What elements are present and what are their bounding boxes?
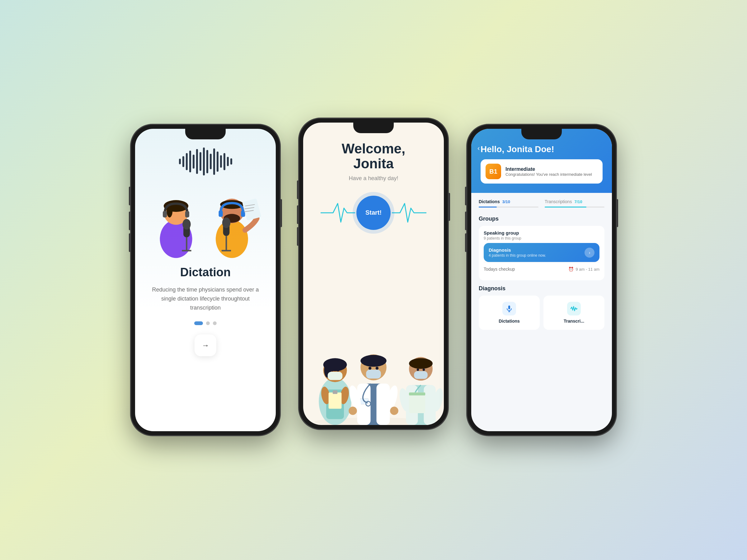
- checkup-label: Todays checkup: [484, 267, 515, 272]
- diagnosis-group-name: Diagnosis: [489, 247, 546, 252]
- onboarding-title: Dictation: [148, 266, 263, 279]
- svg-point-46: [368, 367, 371, 370]
- svg-rect-64: [409, 393, 425, 414]
- checkup-time: ⏰ 9 am - 11 am: [568, 267, 599, 272]
- doctors-illustration: [303, 307, 444, 425]
- checkup-row: Todays checkup ⏰ 9 am - 11 am: [484, 262, 599, 276]
- notch: [521, 129, 562, 139]
- microphone-icon: [506, 305, 513, 312]
- dot-3: [213, 321, 216, 325]
- svg-point-44: [360, 355, 387, 367]
- badge-icon: B1: [486, 164, 501, 179]
- svg-rect-35: [329, 393, 342, 409]
- svg-rect-5: [185, 211, 189, 217]
- tab-dictations[interactable]: Dictations 3/10: [479, 199, 538, 208]
- transcriptions-card-icon: [567, 302, 581, 316]
- svg-rect-20: [242, 198, 261, 221]
- svg-point-10: [216, 220, 248, 258]
- svg-point-17: [222, 217, 230, 228]
- next-button[interactable]: →: [195, 335, 216, 356]
- svg-rect-15: [241, 210, 245, 217]
- dictations-progress-bar: [479, 207, 538, 208]
- tab-dictations-label: Dictations: [479, 199, 500, 204]
- achievement-congrats: Congratulations! You've reach intermedia…: [506, 172, 592, 177]
- waveform-icon: [570, 305, 578, 312]
- pagination-dots: [148, 321, 263, 325]
- podcasters-svg: [135, 154, 276, 260]
- groups-section-title: Groups: [479, 216, 604, 222]
- transcriptions-card-label: Transcri...: [564, 319, 584, 324]
- diagnosis-group-info: Diagnosis 4 patients in this group onlin…: [489, 247, 546, 258]
- back-button[interactable]: ‹: [478, 144, 480, 153]
- svg-rect-45: [366, 370, 381, 379]
- start-button[interactable]: Start!: [356, 196, 391, 230]
- dictations-count: 3/10: [503, 199, 510, 204]
- welcome-content: Welcome, Jonita Have a healthy day! Star…: [308, 123, 439, 247]
- dictations-card-icon: [503, 302, 516, 316]
- chevron-right-icon[interactable]: ›: [585, 248, 594, 258]
- svg-point-58: [409, 358, 433, 369]
- onboarding-description: Reducing the time physicians spend over …: [148, 285, 263, 312]
- phone-dashboard: ‹ Hello, Jonita Doe! B1 Intermediate Con…: [467, 125, 616, 435]
- onboarding-content: Dictation Reducing the time physicians s…: [135, 260, 276, 431]
- svg-point-32: [337, 369, 339, 371]
- welcome-subtitle: Have a healthy day!: [320, 175, 427, 182]
- onboarding-illustration: [135, 141, 276, 260]
- transcriptions-count: 7/10: [574, 199, 582, 204]
- dictations-progress-fill: [479, 207, 497, 208]
- dot-2: [206, 321, 210, 325]
- bottom-cards: Dictations Transcri...: [479, 296, 604, 330]
- svg-point-61: [423, 369, 425, 371]
- achievement-text: Intermediate Congratulations! You've rea…: [506, 166, 592, 177]
- svg-point-31: [331, 369, 333, 371]
- dashboard-body: Dictations 3/10 Transcriptions 7/10: [471, 193, 612, 431]
- svg-rect-30: [328, 372, 343, 380]
- clock-icon: ⏰: [568, 267, 574, 272]
- tabs-row: Dictations 3/10 Transcriptions 7/10: [479, 193, 604, 211]
- svg-point-47: [376, 367, 379, 370]
- dictations-card[interactable]: Dictations: [479, 296, 540, 330]
- svg-rect-65: [409, 393, 425, 396]
- transcriptions-progress-bar: [545, 207, 604, 208]
- speaking-group-name: Speaking group: [484, 230, 599, 236]
- svg-rect-14: [219, 210, 223, 217]
- diagnosis-group-card[interactable]: Diagnosis 4 patients in this group onlin…: [484, 243, 599, 262]
- tab-transcriptions[interactable]: Transcriptions 7/10: [545, 199, 604, 208]
- notch: [353, 123, 394, 133]
- svg-point-50: [349, 407, 357, 415]
- tab-transcriptions-label: Transcriptions: [545, 199, 572, 204]
- dictations-card-label: Dictations: [499, 319, 520, 324]
- svg-point-60: [417, 369, 419, 371]
- svg-rect-36: [333, 391, 337, 394]
- svg-rect-59: [414, 371, 428, 379]
- achievement-card: B1 Intermediate Congratulations! You've …: [481, 159, 602, 184]
- transcriptions-progress-fill: [545, 207, 586, 208]
- notch: [185, 129, 226, 139]
- phone-welcome: Welcome, Jonita Have a healthy day! Star…: [299, 118, 448, 429]
- svg-rect-4: [163, 211, 167, 217]
- welcome-title: Welcome, Jonita: [320, 141, 427, 171]
- diagnosis-group-patients: 4 patients in this group online now.: [489, 253, 546, 258]
- heartbeat-container: Start!: [320, 194, 427, 232]
- svg-point-7: [182, 219, 190, 230]
- diagnosis-section-title: Diagnosis: [479, 285, 604, 292]
- transcriptions-card[interactable]: Transcri...: [543, 296, 604, 330]
- greeting-title: Hello, Jonita Doe!: [481, 144, 602, 154]
- svg-rect-66: [508, 305, 510, 309]
- svg-point-51: [390, 407, 398, 415]
- phone-dictation-onboarding: Dictation Reducing the time physicians s…: [131, 125, 280, 435]
- achievement-level: Intermediate: [506, 166, 592, 172]
- speaking-group-card: Speaking group 9 patients in this group …: [479, 226, 604, 280]
- speaking-group-patients: 9 patients in this group: [484, 236, 599, 240]
- doctors-svg: [303, 307, 444, 425]
- dot-1: [194, 321, 203, 325]
- checkup-time-value: 9 am - 11 am: [575, 267, 599, 272]
